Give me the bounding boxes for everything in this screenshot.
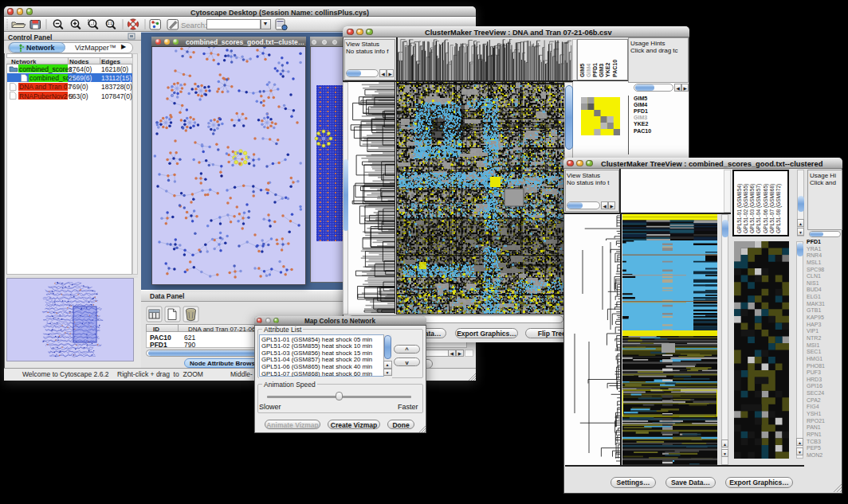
svg-text:1:1: 1:1: [108, 21, 113, 25]
